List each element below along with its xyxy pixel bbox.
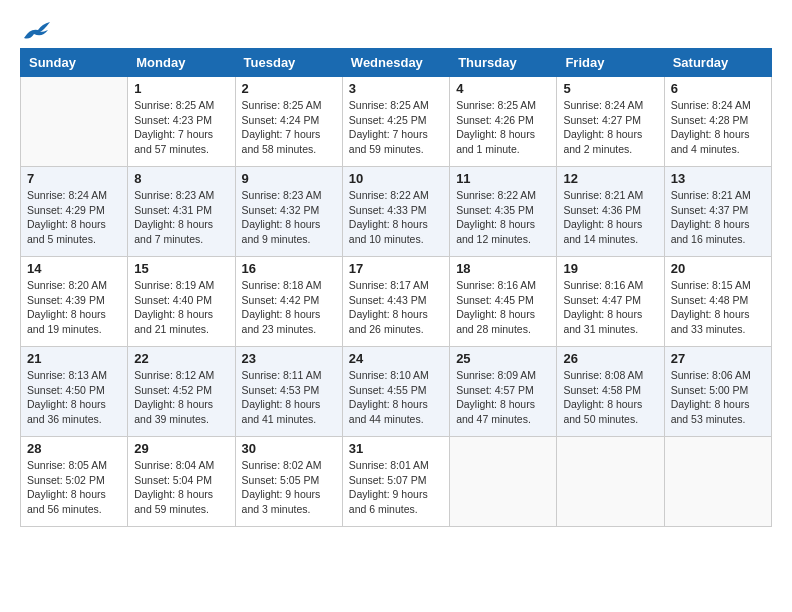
calendar-day-cell: 19Sunrise: 8:16 AMSunset: 4:47 PMDayligh…	[557, 257, 664, 347]
calendar-day-cell: 20Sunrise: 8:15 AMSunset: 4:48 PMDayligh…	[664, 257, 771, 347]
day-header-friday: Friday	[557, 49, 664, 77]
calendar-week-row: 7Sunrise: 8:24 AMSunset: 4:29 PMDaylight…	[21, 167, 772, 257]
day-number: 13	[671, 171, 765, 186]
day-info: Sunrise: 8:21 AMSunset: 4:37 PMDaylight:…	[671, 188, 765, 247]
calendar-day-cell: 5Sunrise: 8:24 AMSunset: 4:27 PMDaylight…	[557, 77, 664, 167]
calendar-day-cell: 30Sunrise: 8:02 AMSunset: 5:05 PMDayligh…	[235, 437, 342, 527]
calendar-day-cell: 18Sunrise: 8:16 AMSunset: 4:45 PMDayligh…	[450, 257, 557, 347]
day-info: Sunrise: 8:10 AMSunset: 4:55 PMDaylight:…	[349, 368, 443, 427]
calendar-day-cell: 25Sunrise: 8:09 AMSunset: 4:57 PMDayligh…	[450, 347, 557, 437]
day-info: Sunrise: 8:23 AMSunset: 4:31 PMDaylight:…	[134, 188, 228, 247]
day-info: Sunrise: 8:11 AMSunset: 4:53 PMDaylight:…	[242, 368, 336, 427]
day-info: Sunrise: 8:17 AMSunset: 4:43 PMDaylight:…	[349, 278, 443, 337]
calendar-day-cell: 3Sunrise: 8:25 AMSunset: 4:25 PMDaylight…	[342, 77, 449, 167]
day-number: 28	[27, 441, 121, 456]
day-number: 22	[134, 351, 228, 366]
day-header-saturday: Saturday	[664, 49, 771, 77]
day-info: Sunrise: 8:19 AMSunset: 4:40 PMDaylight:…	[134, 278, 228, 337]
day-number: 1	[134, 81, 228, 96]
day-header-wednesday: Wednesday	[342, 49, 449, 77]
day-info: Sunrise: 8:20 AMSunset: 4:39 PMDaylight:…	[27, 278, 121, 337]
day-info: Sunrise: 8:04 AMSunset: 5:04 PMDaylight:…	[134, 458, 228, 517]
day-number: 3	[349, 81, 443, 96]
day-info: Sunrise: 8:18 AMSunset: 4:42 PMDaylight:…	[242, 278, 336, 337]
day-number: 16	[242, 261, 336, 276]
day-header-tuesday: Tuesday	[235, 49, 342, 77]
day-number: 2	[242, 81, 336, 96]
day-info: Sunrise: 8:25 AMSunset: 4:26 PMDaylight:…	[456, 98, 550, 157]
day-info: Sunrise: 8:01 AMSunset: 5:07 PMDaylight:…	[349, 458, 443, 517]
day-number: 14	[27, 261, 121, 276]
day-info: Sunrise: 8:15 AMSunset: 4:48 PMDaylight:…	[671, 278, 765, 337]
calendar-day-cell: 27Sunrise: 8:06 AMSunset: 5:00 PMDayligh…	[664, 347, 771, 437]
day-number: 8	[134, 171, 228, 186]
day-number: 10	[349, 171, 443, 186]
day-number: 19	[563, 261, 657, 276]
day-header-thursday: Thursday	[450, 49, 557, 77]
calendar-header-row: SundayMondayTuesdayWednesdayThursdayFrid…	[21, 49, 772, 77]
day-number: 21	[27, 351, 121, 366]
calendar-day-cell: 31Sunrise: 8:01 AMSunset: 5:07 PMDayligh…	[342, 437, 449, 527]
calendar-week-row: 21Sunrise: 8:13 AMSunset: 4:50 PMDayligh…	[21, 347, 772, 437]
day-info: Sunrise: 8:08 AMSunset: 4:58 PMDaylight:…	[563, 368, 657, 427]
calendar-day-cell: 4Sunrise: 8:25 AMSunset: 4:26 PMDaylight…	[450, 77, 557, 167]
day-info: Sunrise: 8:25 AMSunset: 4:23 PMDaylight:…	[134, 98, 228, 157]
calendar-day-cell: 29Sunrise: 8:04 AMSunset: 5:04 PMDayligh…	[128, 437, 235, 527]
calendar-day-cell: 15Sunrise: 8:19 AMSunset: 4:40 PMDayligh…	[128, 257, 235, 347]
day-info: Sunrise: 8:25 AMSunset: 4:24 PMDaylight:…	[242, 98, 336, 157]
logo	[20, 20, 52, 38]
day-header-sunday: Sunday	[21, 49, 128, 77]
calendar-day-cell: 9Sunrise: 8:23 AMSunset: 4:32 PMDaylight…	[235, 167, 342, 257]
calendar-day-cell: 6Sunrise: 8:24 AMSunset: 4:28 PMDaylight…	[664, 77, 771, 167]
day-number: 24	[349, 351, 443, 366]
calendar-day-cell: 26Sunrise: 8:08 AMSunset: 4:58 PMDayligh…	[557, 347, 664, 437]
day-number: 7	[27, 171, 121, 186]
day-info: Sunrise: 8:12 AMSunset: 4:52 PMDaylight:…	[134, 368, 228, 427]
day-number: 29	[134, 441, 228, 456]
page-header	[20, 20, 772, 38]
calendar-day-cell: 8Sunrise: 8:23 AMSunset: 4:31 PMDaylight…	[128, 167, 235, 257]
empty-cell	[664, 437, 771, 527]
day-number: 12	[563, 171, 657, 186]
day-info: Sunrise: 8:22 AMSunset: 4:33 PMDaylight:…	[349, 188, 443, 247]
calendar-week-row: 28Sunrise: 8:05 AMSunset: 5:02 PMDayligh…	[21, 437, 772, 527]
calendar-day-cell: 16Sunrise: 8:18 AMSunset: 4:42 PMDayligh…	[235, 257, 342, 347]
day-info: Sunrise: 8:24 AMSunset: 4:29 PMDaylight:…	[27, 188, 121, 247]
day-info: Sunrise: 8:13 AMSunset: 4:50 PMDaylight:…	[27, 368, 121, 427]
calendar-day-cell: 14Sunrise: 8:20 AMSunset: 4:39 PMDayligh…	[21, 257, 128, 347]
day-number: 27	[671, 351, 765, 366]
day-info: Sunrise: 8:06 AMSunset: 5:00 PMDaylight:…	[671, 368, 765, 427]
day-number: 17	[349, 261, 443, 276]
day-info: Sunrise: 8:02 AMSunset: 5:05 PMDaylight:…	[242, 458, 336, 517]
day-number: 25	[456, 351, 550, 366]
day-number: 18	[456, 261, 550, 276]
calendar-day-cell: 12Sunrise: 8:21 AMSunset: 4:36 PMDayligh…	[557, 167, 664, 257]
day-number: 30	[242, 441, 336, 456]
calendar-table: SundayMondayTuesdayWednesdayThursdayFrid…	[20, 48, 772, 527]
empty-cell	[450, 437, 557, 527]
day-info: Sunrise: 8:21 AMSunset: 4:36 PMDaylight:…	[563, 188, 657, 247]
calendar-day-cell: 23Sunrise: 8:11 AMSunset: 4:53 PMDayligh…	[235, 347, 342, 437]
calendar-week-row: 14Sunrise: 8:20 AMSunset: 4:39 PMDayligh…	[21, 257, 772, 347]
day-info: Sunrise: 8:22 AMSunset: 4:35 PMDaylight:…	[456, 188, 550, 247]
day-info: Sunrise: 8:16 AMSunset: 4:47 PMDaylight:…	[563, 278, 657, 337]
day-number: 6	[671, 81, 765, 96]
day-info: Sunrise: 8:16 AMSunset: 4:45 PMDaylight:…	[456, 278, 550, 337]
calendar-day-cell: 10Sunrise: 8:22 AMSunset: 4:33 PMDayligh…	[342, 167, 449, 257]
empty-cell	[557, 437, 664, 527]
day-number: 26	[563, 351, 657, 366]
calendar-day-cell: 21Sunrise: 8:13 AMSunset: 4:50 PMDayligh…	[21, 347, 128, 437]
day-number: 23	[242, 351, 336, 366]
day-number: 9	[242, 171, 336, 186]
empty-cell	[21, 77, 128, 167]
day-info: Sunrise: 8:24 AMSunset: 4:27 PMDaylight:…	[563, 98, 657, 157]
calendar-day-cell: 13Sunrise: 8:21 AMSunset: 4:37 PMDayligh…	[664, 167, 771, 257]
calendar-day-cell: 11Sunrise: 8:22 AMSunset: 4:35 PMDayligh…	[450, 167, 557, 257]
day-number: 5	[563, 81, 657, 96]
calendar-day-cell: 1Sunrise: 8:25 AMSunset: 4:23 PMDaylight…	[128, 77, 235, 167]
logo-bird-icon	[22, 20, 52, 44]
calendar-day-cell: 22Sunrise: 8:12 AMSunset: 4:52 PMDayligh…	[128, 347, 235, 437]
calendar-day-cell: 28Sunrise: 8:05 AMSunset: 5:02 PMDayligh…	[21, 437, 128, 527]
calendar-week-row: 1Sunrise: 8:25 AMSunset: 4:23 PMDaylight…	[21, 77, 772, 167]
day-header-monday: Monday	[128, 49, 235, 77]
